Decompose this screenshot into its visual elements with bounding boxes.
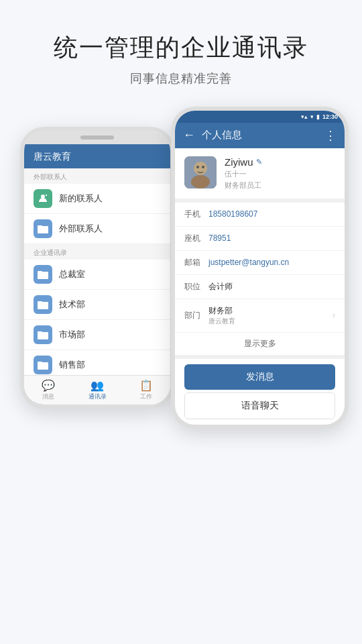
profile-section: Ziyiwu ✎ 伍十一 财务部员工 bbox=[175, 148, 345, 203]
left-phone-speaker bbox=[80, 136, 114, 140]
work-icon: 📋 bbox=[139, 379, 153, 392]
show-more[interactable]: 显示更多 bbox=[175, 333, 345, 359]
office-label: 座机 bbox=[184, 233, 208, 244]
section-enterprise-label: 企业通讯录 bbox=[24, 244, 170, 260]
position-value: 会计师 bbox=[208, 281, 335, 292]
new-contact-item[interactable]: 新的联系人 bbox=[24, 184, 170, 214]
info-row-phone: 手机 18580198607 bbox=[175, 203, 345, 227]
wifi-icon: ▾ bbox=[310, 113, 314, 120]
list-item[interactable]: 技术部 bbox=[24, 290, 170, 320]
contacts-icon: 👥 bbox=[90, 379, 104, 392]
email-label: 邮箱 bbox=[184, 257, 208, 268]
dept-label-1: 总裁室 bbox=[59, 268, 85, 280]
battery-icon: ▮ bbox=[316, 113, 320, 120]
svg-rect-6 bbox=[38, 271, 42, 273]
info-row-office: 座机 78951 bbox=[175, 227, 345, 251]
left-phone-bottom-nav: 💬 消息 👥 通讯录 📋 工作 bbox=[24, 375, 170, 405]
right-phone: ▾▴ ▾ ▮ 12:30 ← 个人信息 ⋮ bbox=[171, 107, 349, 429]
status-bar: ▾▴ ▾ ▮ 12:30 bbox=[175, 111, 345, 123]
phone-value[interactable]: 18580198607 bbox=[208, 209, 335, 219]
main-subtitle: 同事信息精准完善 bbox=[20, 70, 342, 87]
svg-point-20 bbox=[196, 166, 199, 168]
nav-work-label: 工作 bbox=[140, 392, 152, 401]
more-button[interactable]: ⋮ bbox=[324, 128, 337, 143]
svg-rect-8 bbox=[38, 301, 42, 303]
phone-label: 手机 bbox=[184, 209, 208, 220]
page-header: 统一管理的企业通讯录 同事信息精准完善 bbox=[0, 0, 362, 107]
external-contact-icon bbox=[34, 219, 52, 238]
dept-label-4: 销售部 bbox=[59, 359, 85, 371]
svg-rect-12 bbox=[38, 362, 42, 364]
org-name: 唐云教育 bbox=[34, 151, 71, 162]
info-row-position: 职位 会计师 bbox=[175, 275, 345, 299]
arrow-icon: › bbox=[333, 311, 335, 320]
svg-rect-10 bbox=[38, 331, 42, 333]
back-button[interactable]: ← bbox=[183, 128, 195, 142]
external-contact-item[interactable]: 外部联系人 bbox=[24, 214, 170, 244]
phones-container: 唐云教育 外部联系人 新的联系人 外部联系人 bbox=[0, 107, 362, 536]
list-item[interactable]: 市场部 bbox=[24, 320, 170, 350]
dept-label-2: 技术部 bbox=[59, 299, 85, 311]
edit-icon[interactable]: ✎ bbox=[256, 158, 262, 166]
right-phone-header: ← 个人信息 ⋮ bbox=[175, 123, 345, 148]
dept-label-3: 市场部 bbox=[59, 329, 85, 341]
dept-org: 唐云教育 bbox=[208, 317, 333, 326]
section-external-label: 外部联系人 bbox=[24, 168, 170, 184]
show-more-label: 显示更多 bbox=[244, 339, 276, 348]
send-message-button[interactable]: 发消息 bbox=[184, 364, 335, 390]
new-contact-icon bbox=[34, 189, 52, 208]
info-row-dept[interactable]: 部门 财务部 唐云教育 › bbox=[175, 299, 345, 333]
profile-info: Ziyiwu ✎ 伍十一 财务部员工 bbox=[225, 156, 262, 191]
new-contact-label: 新的联系人 bbox=[59, 193, 103, 205]
svg-point-21 bbox=[202, 166, 204, 168]
left-phone: 唐云教育 外部联系人 新的联系人 外部联系人 bbox=[20, 127, 174, 409]
left-phone-topbar bbox=[24, 131, 170, 144]
voice-chat-button[interactable]: 语音聊天 bbox=[184, 392, 335, 419]
info-row-email: 邮箱 justpetter@tangyun.cn bbox=[175, 251, 345, 275]
email-value[interactable]: justpetter@tangyun.cn bbox=[208, 258, 335, 267]
external-contact-label: 外部联系人 bbox=[59, 223, 103, 235]
dept-name: 财务部 bbox=[208, 305, 333, 317]
main-title: 统一管理的企业通讯录 bbox=[20, 32, 342, 64]
folder-icon-1 bbox=[34, 265, 52, 284]
nav-message[interactable]: 💬 消息 bbox=[24, 376, 73, 405]
folder-icon-4 bbox=[34, 356, 52, 374]
profile-name: Ziyiwu ✎ bbox=[225, 156, 262, 168]
position-label: 职位 bbox=[184, 281, 208, 292]
left-phone-header: 唐云教育 bbox=[24, 144, 170, 168]
avatar-image bbox=[184, 156, 217, 189]
svg-point-19 bbox=[191, 175, 210, 189]
signal-icon: ▾▴ bbox=[301, 113, 308, 120]
profile-dept: 财务部员工 bbox=[225, 180, 262, 191]
nav-work[interactable]: 📋 工作 bbox=[121, 376, 170, 405]
page-title: 个人信息 bbox=[202, 129, 324, 142]
dept-value: 财务部 唐云教育 bbox=[208, 305, 333, 326]
dept-label: 部门 bbox=[184, 310, 208, 321]
status-time: 12:30 bbox=[322, 113, 338, 120]
profile-rank: 伍十一 bbox=[225, 169, 262, 179]
svg-rect-4 bbox=[38, 225, 42, 227]
office-value[interactable]: 78951 bbox=[208, 233, 335, 243]
message-icon: 💬 bbox=[42, 379, 55, 392]
nav-contacts-label: 通讯录 bbox=[88, 392, 107, 401]
list-item[interactable]: 总裁室 bbox=[24, 260, 170, 290]
folder-icon-2 bbox=[34, 295, 52, 314]
folder-icon-3 bbox=[34, 325, 52, 344]
nav-message-label: 消息 bbox=[42, 392, 54, 401]
avatar bbox=[184, 156, 217, 189]
nav-contacts[interactable]: 👥 通讯录 bbox=[73, 376, 122, 405]
